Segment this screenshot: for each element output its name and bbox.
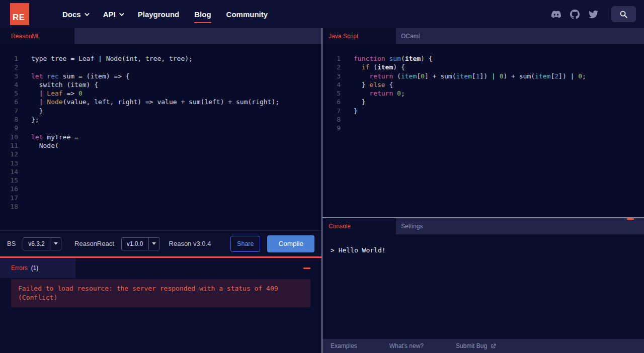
submit-bug-link-label: Submit Bug <box>456 342 487 349</box>
code-text <box>18 194 31 202</box>
code-text <box>18 63 31 71</box>
code-line: 8 <box>323 115 644 124</box>
discord-icon[interactable] <box>551 10 561 19</box>
search-button[interactable] <box>611 6 636 22</box>
line-number: 6 <box>0 98 18 106</box>
reasonreact-version-caret <box>148 238 159 250</box>
errors-title: Errors <box>11 264 28 272</box>
line-number: 1 <box>0 54 18 63</box>
code-line: 14 <box>0 167 321 176</box>
compile-button[interactable]: Compile <box>267 235 314 252</box>
reasonml-playground-app: RE Docs API Playground Blog Community <box>0 0 644 353</box>
tab-settings[interactable]: Settings <box>396 218 435 234</box>
examples-link-label: Examples <box>331 342 357 349</box>
reasonreact-label: ReasonReact <box>74 240 114 247</box>
examples-link[interactable]: Examples <box>331 342 357 349</box>
collapse-console-icon[interactable] <box>627 218 634 220</box>
console-section: Console Settings > Hello World! Examples <box>323 217 644 353</box>
reason-code-editor[interactable]: 1type tree = Leaf | Node(int, tree, tree… <box>0 44 321 230</box>
code-line: 15 <box>0 176 321 185</box>
code-line: 16 <box>0 185 321 193</box>
code-line: 4 } else { <box>323 80 644 89</box>
tab-reasonml[interactable]: ReasonML <box>0 28 74 44</box>
nav-item-community-label: Community <box>226 10 268 19</box>
tab-console[interactable]: Console <box>323 218 396 234</box>
code-text: return (item[0] + sum(item[1]) | 0) + su… <box>341 72 586 80</box>
nav-item-playground[interactable]: Playground <box>138 10 180 19</box>
nav-item-docs-label: Docs <box>62 10 81 19</box>
reason-tabbar: ReasonML <box>0 28 321 44</box>
code-line: 8}; <box>0 115 321 124</box>
search-icon <box>619 10 628 19</box>
line-number: 3 <box>0 72 18 80</box>
code-line: 9 <box>0 124 321 132</box>
top-nav: RE Docs API Playground Blog Community <box>0 0 644 28</box>
nav-item-docs[interactable]: Docs <box>62 10 88 19</box>
tab-javascript-label: Java Script <box>329 33 358 40</box>
error-message: Failed to load resource: the server resp… <box>11 279 310 307</box>
reason-version-text: Reason v3.0.4 <box>169 240 211 247</box>
code-line: 11 Node( <box>0 141 321 150</box>
code-text <box>341 115 354 124</box>
nav-item-api[interactable]: API <box>103 10 123 19</box>
code-line: 3let rec sum = (item) => { <box>0 72 321 80</box>
tab-ocaml[interactable]: OCaml <box>396 28 432 44</box>
code-text <box>18 150 31 158</box>
code-line: 7} <box>323 107 644 115</box>
line-number: 4 <box>323 80 341 89</box>
line-number: 14 <box>0 167 18 176</box>
caret-down-icon <box>54 242 58 245</box>
code-text: | Leaf => 0 <box>18 89 83 98</box>
nav-item-community[interactable]: Community <box>226 10 268 19</box>
compile-toolbar: BS v6.3.2 ReasonReact v1.0.0 Reason v3.0… <box>0 230 321 256</box>
whats-new-link[interactable]: What's new? <box>389 342 424 349</box>
code-line: 18 <box>0 202 321 211</box>
tab-console-label: Console <box>329 223 351 230</box>
code-text: | Node(value, left, right) => value + su… <box>18 98 279 106</box>
code-text: return 0; <box>341 89 405 98</box>
collapse-errors-icon[interactable] <box>303 268 310 269</box>
code-line: 6 } <box>323 98 644 106</box>
submit-bug-link[interactable]: Submit Bug <box>456 342 497 349</box>
logo-text: RE <box>13 13 25 23</box>
code-line: 9 <box>323 124 644 132</box>
code-line: 12 <box>0 150 321 158</box>
code-text <box>18 185 31 193</box>
code-text: let rec sum = (item) => { <box>18 72 130 80</box>
line-number: 10 <box>0 133 18 141</box>
code-line: 5 | Leaf => 0 <box>0 89 321 98</box>
nav-item-api-label: API <box>103 10 116 19</box>
code-line: 2 if (item) { <box>323 63 644 71</box>
bs-version-select[interactable]: v6.3.2 <box>23 237 61 250</box>
nav-item-blog[interactable]: Blog <box>194 10 211 19</box>
github-icon[interactable] <box>570 10 580 19</box>
reasonreact-version-select[interactable]: v1.0.0 <box>121 237 160 250</box>
errors-count-badge: (1) <box>31 264 39 272</box>
code-text: }; <box>18 115 39 124</box>
errors-header: Errors (1) <box>0 258 321 278</box>
javascript-output-editor[interactable]: 1function sum(item) {2 if (item) {3 retu… <box>323 44 644 217</box>
code-line: 6 | Node(value, left, right) => value + … <box>0 98 321 106</box>
tab-javascript[interactable]: Java Script <box>323 28 396 44</box>
output-tabbar: Java Script OCaml <box>323 28 644 44</box>
external-link-icon <box>490 343 497 349</box>
chevron-down-icon <box>85 11 90 16</box>
reasonml-logo[interactable]: RE <box>10 3 29 25</box>
line-number: 12 <box>0 150 18 158</box>
chevron-down-icon <box>119 11 124 16</box>
reason-editor-panel: ReasonML 1type tree = Leaf | Node(int, t… <box>0 28 323 353</box>
twitter-icon[interactable] <box>589 10 598 19</box>
share-button[interactable]: Share <box>230 236 260 252</box>
code-line: 4 switch (item) { <box>0 80 321 89</box>
code-line: 3 return (item[0] + sum(item[1]) | 0) + … <box>323 72 644 80</box>
line-number: 5 <box>0 89 18 98</box>
code-text: let myTree = <box>18 133 78 141</box>
line-number: 13 <box>0 159 18 167</box>
nav-links: Docs API Playground Blog Community <box>62 10 268 19</box>
code-line: 10let myTree = <box>0 133 321 141</box>
nav-social-icons <box>551 6 644 22</box>
tab-errors[interactable]: Errors (1) <box>0 258 75 278</box>
code-line: 5 return 0; <box>323 89 644 98</box>
code-text: } <box>341 98 365 106</box>
code-text <box>18 159 31 167</box>
